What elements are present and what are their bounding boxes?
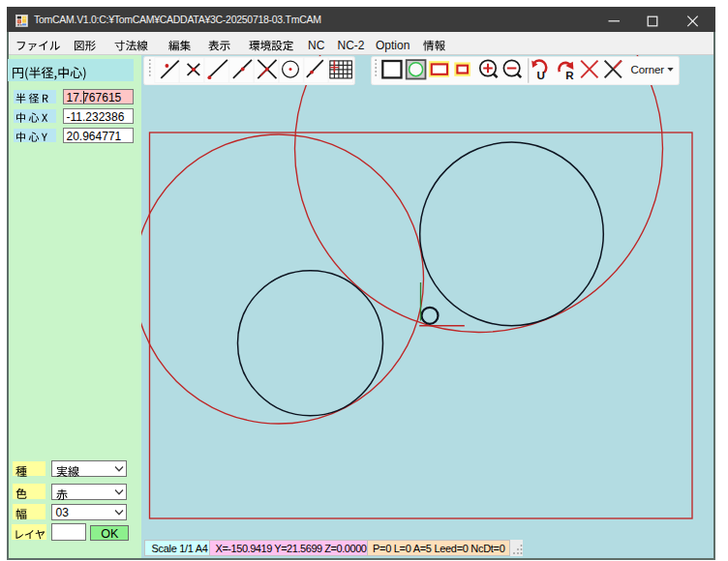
svg-text:R: R xyxy=(565,68,574,80)
svg-text:Corner: Corner xyxy=(631,64,665,75)
svg-text:U: U xyxy=(536,68,544,80)
